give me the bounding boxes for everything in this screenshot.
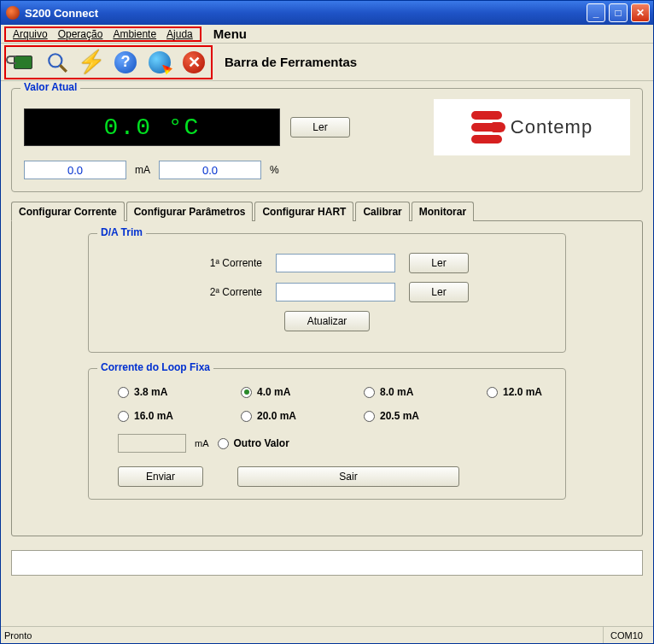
atualizar-button[interactable]: Atualizar (284, 311, 370, 331)
toolbar-annotation-label: Barra de Ferramentas (225, 55, 357, 69)
radio-label: 16.0 mA (134, 410, 173, 422)
logo-icon (471, 112, 502, 143)
status-left: Pronto (4, 630, 32, 641)
tab-configurar-hart[interactable]: Configurar HART (254, 202, 353, 221)
ma-unit-label: mA (135, 164, 150, 176)
temperature-display: 0.0 °C (24, 108, 280, 146)
minimize-button[interactable]: _ (587, 3, 605, 22)
tab-strip: Configurar Corrente Configurar Parâmetro… (11, 201, 643, 220)
tab-calibrar[interactable]: Calibrar (355, 202, 409, 221)
ler-valor-button[interactable]: Ler (290, 117, 350, 138)
outro-unit-label: mA (195, 438, 209, 448)
tab-configurar-corrente[interactable]: Configurar Corrente (11, 202, 125, 221)
da-trim-group: D/A Trim 1ª Corrente Ler 2ª Corrente Ler… (88, 233, 566, 353)
ler-corrente1-button[interactable]: Ler (409, 253, 469, 273)
close-icon[interactable]: ✕ (182, 50, 206, 74)
radio-3-8ma[interactable]: 3.8 mA (118, 386, 220, 398)
corrente2-label: 2ª Corrente (185, 286, 262, 298)
radio-label: 12.0 mA (503, 386, 542, 398)
radio-12-0ma[interactable]: 12.0 mA (487, 386, 589, 398)
loop-fixa-legend: Corrente do Loop Fixa (97, 361, 213, 373)
toolbar: ⚡ ? ✕ Barra de Ferramentas (1, 44, 653, 81)
ma-value-input[interactable] (24, 161, 126, 179)
help-icon[interactable]: ? (114, 50, 137, 74)
message-area (11, 550, 643, 576)
window-title: S200 Connect (25, 7, 587, 20)
menubar: Arquivo Operação Ambiente Ajuda Menu (1, 25, 653, 44)
connect-device-icon[interactable] (11, 50, 35, 74)
radio-4-0ma[interactable]: 4.0 mA (241, 386, 343, 398)
menu-ajuda[interactable]: Ajuda (161, 28, 198, 40)
radio-8-0ma[interactable]: 8.0 mA (364, 386, 466, 398)
statusbar: Pronto COM10 (1, 626, 653, 643)
menu-ambiente[interactable]: Ambiente (108, 28, 161, 40)
percent-value-input[interactable] (159, 161, 261, 179)
corrente1-input[interactable] (276, 254, 395, 272)
radio-label: 4.0 mA (257, 386, 290, 398)
menu-arquivo[interactable]: Arquivo (8, 28, 53, 40)
app-icon (6, 6, 20, 20)
corrente2-input[interactable] (276, 283, 395, 302)
radio-label: 8.0 mA (380, 386, 413, 398)
maximize-button[interactable]: □ (609, 3, 628, 22)
radio-20-0ma[interactable]: 20.0 mA (241, 410, 343, 422)
valor-atual-legend: Valor Atual (20, 81, 80, 93)
close-window-button[interactable]: ✕ (631, 3, 650, 22)
outro-valor-input[interactable] (118, 434, 186, 453)
radio-label: 20.5 mA (380, 410, 419, 422)
tab-monitorar[interactable]: Monitorar (412, 202, 474, 221)
ler-corrente2-button[interactable]: Ler (409, 282, 469, 302)
radio-16-0ma[interactable]: 16.0 mA (118, 410, 220, 422)
menu-operacao[interactable]: Operação (53, 28, 108, 40)
search-icon[interactable] (45, 50, 69, 74)
percent-unit-label: % (270, 164, 279, 176)
radio-label: 20.0 mA (257, 410, 296, 422)
logo: Contemp (434, 99, 630, 155)
loop-fixa-group: Corrente do Loop Fixa 3.8 mA 4.0 mA 8.0 … (88, 368, 566, 500)
tab-configurar-parametros[interactable]: Configurar Parâmetros (126, 202, 254, 221)
radio-outro-valor[interactable]: Outro Valor (218, 437, 289, 449)
titlebar: S200 Connect _ □ ✕ (1, 1, 653, 25)
radio-label: Outro Valor (234, 437, 289, 449)
corrente1-label: 1ª Corrente (185, 257, 262, 269)
valor-atual-group: Valor Atual 0.0 °C Ler Contemp mA % (11, 88, 643, 192)
svg-line-1 (60, 65, 67, 72)
radio-20-5ma[interactable]: 20.5 mA (364, 410, 466, 422)
da-trim-legend: D/A Trim (97, 226, 146, 238)
svg-point-0 (49, 54, 61, 67)
logo-text: Contemp (511, 116, 593, 138)
status-port: COM10 (603, 627, 650, 643)
tab-panel: D/A Trim 1ª Corrente Ler 2ª Corrente Ler… (11, 220, 643, 536)
globe-icon[interactable] (148, 50, 172, 74)
menu-annotation-label: Menu (213, 26, 247, 41)
menu-highlight-box: Arquivo Operação Ambiente Ajuda (4, 26, 201, 42)
lightning-icon[interactable]: ⚡ (79, 50, 103, 74)
sair-button[interactable]: Sair (237, 466, 459, 487)
radio-label: 3.8 mA (134, 386, 167, 398)
toolbar-highlight-box: ⚡ ? ✕ (4, 45, 213, 79)
enviar-button[interactable]: Enviar (118, 466, 203, 487)
